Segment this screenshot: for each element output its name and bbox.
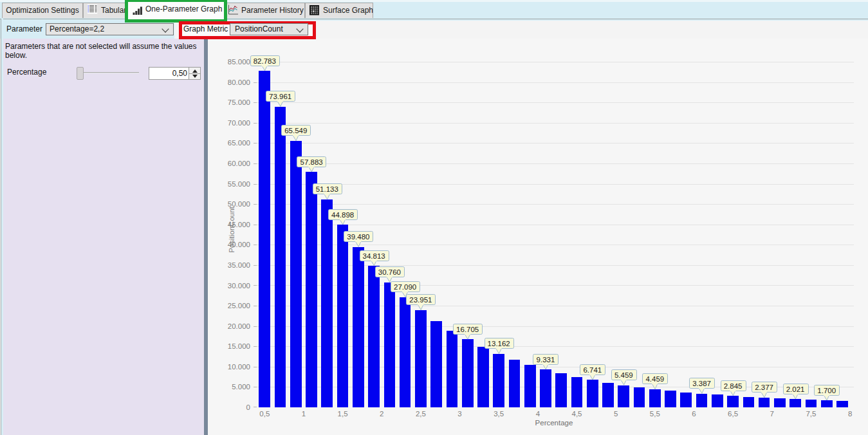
- svg-text:2,5: 2,5: [416, 410, 426, 418]
- svg-text:2.377: 2.377: [755, 384, 773, 391]
- svg-text:4: 4: [536, 410, 540, 418]
- svg-text:16.705: 16.705: [456, 326, 479, 333]
- svg-text:5.000: 5.000: [232, 383, 250, 391]
- svg-text:70.000: 70.000: [228, 119, 250, 127]
- svg-text:7: 7: [770, 410, 774, 418]
- svg-text:8: 8: [848, 410, 852, 418]
- svg-text:85.000: 85.000: [228, 58, 250, 66]
- svg-text:6,5: 6,5: [728, 410, 738, 418]
- svg-text:3.387: 3.387: [692, 380, 711, 387]
- svg-text:15.000: 15.000: [228, 342, 250, 350]
- svg-text:PositionCount: PositionCount: [228, 206, 235, 252]
- svg-text:65.549: 65.549: [284, 127, 307, 134]
- svg-text:4.459: 4.459: [645, 375, 664, 383]
- svg-text:82.783: 82.783: [254, 57, 276, 65]
- svg-text:6: 6: [692, 410, 696, 418]
- svg-text:44.898: 44.898: [331, 211, 354, 219]
- svg-text:2.845: 2.845: [724, 382, 743, 390]
- svg-text:0: 0: [246, 403, 250, 411]
- svg-text:39.480: 39.480: [347, 233, 369, 241]
- svg-text:25.000: 25.000: [228, 302, 250, 310]
- svg-text:5: 5: [614, 410, 618, 418]
- svg-text:20.000: 20.000: [228, 322, 250, 330]
- svg-text:55.000: 55.000: [228, 180, 250, 188]
- svg-text:51.133: 51.133: [316, 185, 338, 193]
- svg-text:4,5: 4,5: [572, 410, 582, 418]
- svg-text:35.000: 35.000: [228, 261, 250, 269]
- svg-text:5.459: 5.459: [614, 371, 633, 379]
- svg-text:3: 3: [457, 410, 461, 418]
- svg-text:13.162: 13.162: [488, 340, 510, 347]
- svg-text:0,5: 0,5: [259, 410, 270, 418]
- svg-text:1.700: 1.700: [817, 387, 836, 394]
- svg-text:30.760: 30.760: [378, 268, 401, 276]
- svg-text:73.961: 73.961: [269, 93, 291, 100]
- svg-text:3,5: 3,5: [494, 410, 504, 418]
- svg-text:30.000: 30.000: [228, 282, 250, 290]
- svg-text:Percentage: Percentage: [535, 419, 573, 427]
- svg-text:75.000: 75.000: [228, 98, 250, 106]
- svg-text:5,5: 5,5: [650, 410, 660, 418]
- svg-text:2: 2: [380, 410, 383, 418]
- svg-text:10.000: 10.000: [228, 363, 250, 371]
- svg-text:1,5: 1,5: [338, 410, 348, 418]
- svg-text:1: 1: [302, 410, 306, 418]
- svg-text:80.000: 80.000: [228, 79, 250, 86]
- svg-text:60.000: 60.000: [228, 160, 250, 167]
- svg-text:7,5: 7,5: [806, 410, 816, 418]
- svg-text:57.883: 57.883: [300, 158, 323, 166]
- svg-text:2.021: 2.021: [786, 385, 805, 393]
- svg-text:6.741: 6.741: [583, 366, 602, 374]
- svg-text:34.813: 34.813: [363, 252, 385, 260]
- svg-text:65.000: 65.000: [228, 139, 250, 147]
- svg-text:9.331: 9.331: [537, 356, 555, 364]
- svg-text:23.951: 23.951: [409, 296, 432, 304]
- svg-text:27.090: 27.090: [394, 283, 416, 291]
